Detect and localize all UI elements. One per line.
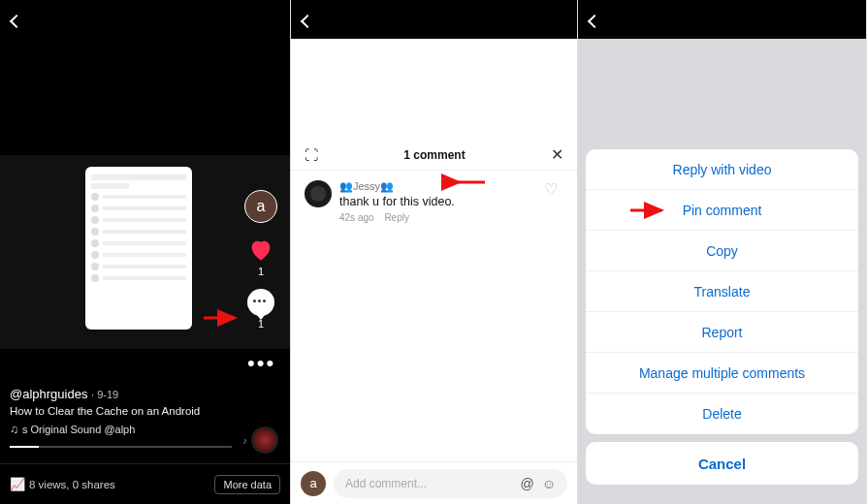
comment-action-sheet-screen: Reply with video Pin comment Copy Transl… <box>578 0 867 504</box>
comment-input-bar: a Add comment... @ ☺ <box>291 461 577 504</box>
top-bar <box>291 0 577 39</box>
annotation-arrow-3 <box>628 202 667 222</box>
like-comment-icon[interactable]: ♡ <box>544 180 563 223</box>
action-list: Reply with video Pin comment Copy Transl… <box>586 149 858 434</box>
sound-row[interactable]: ♫ s Original Sound @alph <box>10 423 232 436</box>
comment-input[interactable]: Add comment... @ ☺ <box>334 469 567 498</box>
action-manage-multiple[interactable]: Manage multiple comments <box>586 353 858 394</box>
cancel-button[interactable]: Cancel <box>586 442 858 485</box>
close-icon[interactable]: ✕ <box>551 145 563 164</box>
username[interactable]: @alphrguides <box>10 387 87 401</box>
comment-row[interactable]: 👥Jessy👥 thank u for this video. 42s ago … <box>291 171 577 233</box>
action-rail: a 1 1 ••• <box>241 190 280 376</box>
comments-sheet: ⛶ 1 comment ✕ 👥Jessy👥 thank u for this v… <box>291 138 577 504</box>
annotation-arrow-2 <box>450 173 489 196</box>
comment-placeholder: Add comment... <box>345 477 427 490</box>
action-sheet: Reply with video Pin comment Copy Transl… <box>586 149 858 496</box>
video-thumbnail <box>85 167 192 330</box>
comment-time: 42s ago <box>339 212 374 223</box>
back-button[interactable] <box>12 7 21 32</box>
expand-icon[interactable]: ⛶ <box>305 147 318 163</box>
sound-label: s Original Sound @alph <box>22 424 135 435</box>
comment-text: thank u for this video. <box>339 195 536 208</box>
post-date: 9-19 <box>97 389 118 400</box>
back-button[interactable] <box>590 7 599 32</box>
emoji-icon[interactable]: ☺ <box>542 476 556 491</box>
commenter-avatar[interactable] <box>305 180 332 207</box>
progress-bar[interactable] <box>10 446 232 448</box>
more-data-button[interactable]: More data <box>214 475 280 494</box>
back-button[interactable] <box>303 7 312 32</box>
comments-title: 1 comment <box>403 148 465 162</box>
annotation-arrow-1 <box>202 308 241 331</box>
action-copy[interactable]: Copy <box>586 231 858 271</box>
reply-link[interactable]: Reply <box>384 212 409 223</box>
music-note-icon: ♫ <box>10 423 18 436</box>
stats-text: 8 views, 0 shares <box>29 479 115 490</box>
action-reply-with-video[interactable]: Reply with video <box>586 149 858 190</box>
top-bar <box>578 0 866 39</box>
mention-icon[interactable]: @ <box>520 476 533 491</box>
comment-button[interactable] <box>247 289 274 316</box>
top-bar <box>0 0 290 39</box>
video-meta: @alphrguides · 9-19 How to Clear the Cac… <box>10 387 232 436</box>
stats-footer: 📈 8 views, 0 shares More data <box>0 463 290 504</box>
comments-header: ⛶ 1 comment ✕ <box>291 138 577 171</box>
action-translate[interactable]: Translate <box>586 271 858 312</box>
video-caption: How to Clear the Cache on an Android <box>10 405 232 417</box>
sound-disc[interactable] <box>251 426 278 454</box>
action-delete[interactable]: Delete <box>586 394 858 434</box>
share-more-icon[interactable]: ••• <box>247 351 274 376</box>
action-report[interactable]: Report <box>586 312 858 353</box>
tiktok-video-screen: a 1 1 ••• @alphrguides · 9-19 How to Cle… <box>0 0 291 504</box>
like-button[interactable] <box>247 236 274 264</box>
music-float-icon: ♪ <box>242 435 247 446</box>
analytics-icon: 📈 <box>10 477 25 491</box>
creator-avatar[interactable]: a <box>244 190 277 223</box>
comments-sheet-screen: ⛶ 1 comment ✕ 👥Jessy👥 thank u for this v… <box>291 0 578 504</box>
action-pin-comment[interactable]: Pin comment <box>586 190 858 231</box>
like-count: 1 <box>258 266 264 277</box>
commenter-name[interactable]: 👥Jessy👥 <box>339 180 536 193</box>
my-avatar[interactable]: a <box>301 471 326 496</box>
